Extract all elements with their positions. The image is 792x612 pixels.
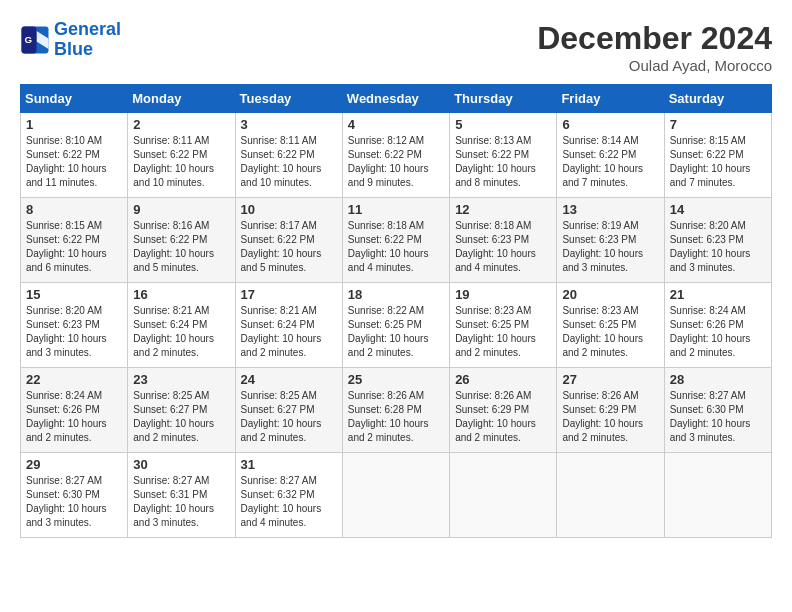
day-info: Sunrise: 8:27 AM Sunset: 6:32 PM Dayligh… [241, 474, 337, 530]
calendar-cell: 6Sunrise: 8:14 AM Sunset: 6:22 PM Daylig… [557, 113, 664, 198]
svg-text:G: G [24, 34, 32, 45]
calendar-cell: 9Sunrise: 8:16 AM Sunset: 6:22 PM Daylig… [128, 198, 235, 283]
calendar-cell: 26Sunrise: 8:26 AM Sunset: 6:29 PM Dayli… [450, 368, 557, 453]
calendar-cell: 12Sunrise: 8:18 AM Sunset: 6:23 PM Dayli… [450, 198, 557, 283]
calendar-cell: 21Sunrise: 8:24 AM Sunset: 6:26 PM Dayli… [664, 283, 771, 368]
day-number: 30 [133, 457, 229, 472]
day-info: Sunrise: 8:26 AM Sunset: 6:28 PM Dayligh… [348, 389, 444, 445]
day-info: Sunrise: 8:20 AM Sunset: 6:23 PM Dayligh… [26, 304, 122, 360]
day-info: Sunrise: 8:11 AM Sunset: 6:22 PM Dayligh… [133, 134, 229, 190]
calendar-cell: 24Sunrise: 8:25 AM Sunset: 6:27 PM Dayli… [235, 368, 342, 453]
calendar-cell: 1Sunrise: 8:10 AM Sunset: 6:22 PM Daylig… [21, 113, 128, 198]
day-number: 31 [241, 457, 337, 472]
day-number: 8 [26, 202, 122, 217]
day-info: Sunrise: 8:18 AM Sunset: 6:23 PM Dayligh… [455, 219, 551, 275]
day-info: Sunrise: 8:25 AM Sunset: 6:27 PM Dayligh… [133, 389, 229, 445]
day-number: 7 [670, 117, 766, 132]
calendar-cell: 7Sunrise: 8:15 AM Sunset: 6:22 PM Daylig… [664, 113, 771, 198]
calendar-table: SundayMondayTuesdayWednesdayThursdayFrid… [20, 84, 772, 538]
calendar-cell: 28Sunrise: 8:27 AM Sunset: 6:30 PM Dayli… [664, 368, 771, 453]
day-info: Sunrise: 8:24 AM Sunset: 6:26 PM Dayligh… [670, 304, 766, 360]
day-info: Sunrise: 8:21 AM Sunset: 6:24 PM Dayligh… [241, 304, 337, 360]
header-day-tuesday: Tuesday [235, 85, 342, 113]
day-info: Sunrise: 8:15 AM Sunset: 6:22 PM Dayligh… [670, 134, 766, 190]
day-info: Sunrise: 8:10 AM Sunset: 6:22 PM Dayligh… [26, 134, 122, 190]
day-number: 18 [348, 287, 444, 302]
day-info: Sunrise: 8:27 AM Sunset: 6:30 PM Dayligh… [26, 474, 122, 530]
day-info: Sunrise: 8:25 AM Sunset: 6:27 PM Dayligh… [241, 389, 337, 445]
location-subtitle: Oulad Ayad, Morocco [537, 57, 772, 74]
day-number: 22 [26, 372, 122, 387]
day-number: 12 [455, 202, 551, 217]
day-info: Sunrise: 8:23 AM Sunset: 6:25 PM Dayligh… [562, 304, 658, 360]
logo-line2: Blue [54, 39, 93, 59]
calendar-cell [664, 453, 771, 538]
day-info: Sunrise: 8:12 AM Sunset: 6:22 PM Dayligh… [348, 134, 444, 190]
day-number: 20 [562, 287, 658, 302]
day-number: 23 [133, 372, 229, 387]
header-day-saturday: Saturday [664, 85, 771, 113]
calendar-cell: 11Sunrise: 8:18 AM Sunset: 6:22 PM Dayli… [342, 198, 449, 283]
calendar-week-row: 1Sunrise: 8:10 AM Sunset: 6:22 PM Daylig… [21, 113, 772, 198]
day-number: 17 [241, 287, 337, 302]
day-info: Sunrise: 8:22 AM Sunset: 6:25 PM Dayligh… [348, 304, 444, 360]
calendar-week-row: 22Sunrise: 8:24 AM Sunset: 6:26 PM Dayli… [21, 368, 772, 453]
header-day-wednesday: Wednesday [342, 85, 449, 113]
calendar-cell: 3Sunrise: 8:11 AM Sunset: 6:22 PM Daylig… [235, 113, 342, 198]
calendar-cell: 13Sunrise: 8:19 AM Sunset: 6:23 PM Dayli… [557, 198, 664, 283]
day-info: Sunrise: 8:27 AM Sunset: 6:31 PM Dayligh… [133, 474, 229, 530]
header-day-friday: Friday [557, 85, 664, 113]
title-block: December 2024 Oulad Ayad, Morocco [537, 20, 772, 74]
day-number: 16 [133, 287, 229, 302]
calendar-body: 1Sunrise: 8:10 AM Sunset: 6:22 PM Daylig… [21, 113, 772, 538]
calendar-cell: 2Sunrise: 8:11 AM Sunset: 6:22 PM Daylig… [128, 113, 235, 198]
day-number: 5 [455, 117, 551, 132]
day-number: 24 [241, 372, 337, 387]
day-info: Sunrise: 8:24 AM Sunset: 6:26 PM Dayligh… [26, 389, 122, 445]
calendar-cell: 16Sunrise: 8:21 AM Sunset: 6:24 PM Dayli… [128, 283, 235, 368]
calendar-cell: 4Sunrise: 8:12 AM Sunset: 6:22 PM Daylig… [342, 113, 449, 198]
calendar-header: SundayMondayTuesdayWednesdayThursdayFrid… [21, 85, 772, 113]
day-number: 28 [670, 372, 766, 387]
day-info: Sunrise: 8:19 AM Sunset: 6:23 PM Dayligh… [562, 219, 658, 275]
calendar-cell: 20Sunrise: 8:23 AM Sunset: 6:25 PM Dayli… [557, 283, 664, 368]
day-number: 15 [26, 287, 122, 302]
day-info: Sunrise: 8:13 AM Sunset: 6:22 PM Dayligh… [455, 134, 551, 190]
calendar-cell: 8Sunrise: 8:15 AM Sunset: 6:22 PM Daylig… [21, 198, 128, 283]
header-day-monday: Monday [128, 85, 235, 113]
calendar-cell: 10Sunrise: 8:17 AM Sunset: 6:22 PM Dayli… [235, 198, 342, 283]
day-number: 4 [348, 117, 444, 132]
calendar-cell: 25Sunrise: 8:26 AM Sunset: 6:28 PM Dayli… [342, 368, 449, 453]
logo-text: General Blue [54, 20, 121, 60]
day-info: Sunrise: 8:15 AM Sunset: 6:22 PM Dayligh… [26, 219, 122, 275]
day-number: 13 [562, 202, 658, 217]
logo-line1: General [54, 19, 121, 39]
day-number: 21 [670, 287, 766, 302]
day-number: 10 [241, 202, 337, 217]
calendar-week-row: 8Sunrise: 8:15 AM Sunset: 6:22 PM Daylig… [21, 198, 772, 283]
calendar-cell: 23Sunrise: 8:25 AM Sunset: 6:27 PM Dayli… [128, 368, 235, 453]
day-info: Sunrise: 8:27 AM Sunset: 6:30 PM Dayligh… [670, 389, 766, 445]
day-number: 3 [241, 117, 337, 132]
day-info: Sunrise: 8:26 AM Sunset: 6:29 PM Dayligh… [562, 389, 658, 445]
day-number: 2 [133, 117, 229, 132]
day-info: Sunrise: 8:20 AM Sunset: 6:23 PM Dayligh… [670, 219, 766, 275]
day-number: 19 [455, 287, 551, 302]
calendar-cell: 17Sunrise: 8:21 AM Sunset: 6:24 PM Dayli… [235, 283, 342, 368]
calendar-cell: 14Sunrise: 8:20 AM Sunset: 6:23 PM Dayli… [664, 198, 771, 283]
calendar-cell: 18Sunrise: 8:22 AM Sunset: 6:25 PM Dayli… [342, 283, 449, 368]
logo-icon: G [20, 25, 50, 55]
calendar-cell: 27Sunrise: 8:26 AM Sunset: 6:29 PM Dayli… [557, 368, 664, 453]
month-title: December 2024 [537, 20, 772, 57]
day-number: 25 [348, 372, 444, 387]
day-number: 9 [133, 202, 229, 217]
day-info: Sunrise: 8:21 AM Sunset: 6:24 PM Dayligh… [133, 304, 229, 360]
calendar-cell [450, 453, 557, 538]
calendar-week-row: 15Sunrise: 8:20 AM Sunset: 6:23 PM Dayli… [21, 283, 772, 368]
calendar-cell: 30Sunrise: 8:27 AM Sunset: 6:31 PM Dayli… [128, 453, 235, 538]
calendar-cell: 29Sunrise: 8:27 AM Sunset: 6:30 PM Dayli… [21, 453, 128, 538]
page-header: G General Blue December 2024 Oulad Ayad,… [20, 20, 772, 74]
day-info: Sunrise: 8:11 AM Sunset: 6:22 PM Dayligh… [241, 134, 337, 190]
day-info: Sunrise: 8:16 AM Sunset: 6:22 PM Dayligh… [133, 219, 229, 275]
day-number: 26 [455, 372, 551, 387]
